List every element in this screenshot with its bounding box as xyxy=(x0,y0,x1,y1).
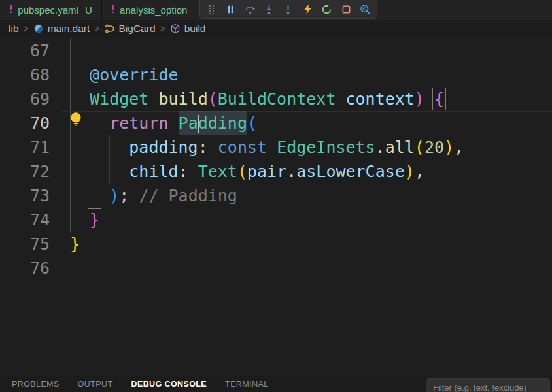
code-line-75[interactable]: } xyxy=(63,232,552,256)
debug-drag-handle[interactable] xyxy=(203,1,219,17)
code-token: ( xyxy=(208,90,218,108)
code-token xyxy=(169,114,179,133)
panel-tab-problems[interactable]: PROBLEMS xyxy=(12,380,60,389)
chevron-right-icon: > xyxy=(160,24,165,34)
breadcrumb-item-main-dart[interactable]: main.dart xyxy=(33,23,90,35)
lightning-icon xyxy=(302,4,313,15)
restart-button[interactable] xyxy=(319,1,335,17)
code-token: // Padding xyxy=(139,186,237,205)
code-token xyxy=(70,90,90,108)
hot-reload-button[interactable] xyxy=(300,1,315,17)
code-line-67[interactable] xyxy=(63,39,552,63)
code-token: Widget xyxy=(90,90,148,108)
code-token: EdgeInsets xyxy=(277,138,375,157)
code-token xyxy=(70,65,90,84)
code-line-73[interactable]: ); // Padding xyxy=(63,184,552,208)
restart-icon xyxy=(321,4,332,15)
code-token: . xyxy=(286,162,296,181)
code-token: Pa xyxy=(179,111,198,135)
magnifier-icon xyxy=(360,4,371,15)
code-token: const xyxy=(218,138,267,157)
dart-file-icon xyxy=(33,24,44,34)
code-line-68[interactable]: @override xyxy=(63,63,552,87)
code-editor[interactable]: 67686970717273747576 @override Widget bu… xyxy=(0,38,552,374)
code-line-74[interactable]: } xyxy=(63,208,552,232)
code-token: ) xyxy=(109,186,119,205)
code-token xyxy=(208,138,218,157)
breadcrumb-label: BigCard xyxy=(119,23,156,35)
panel-tab-terminal[interactable]: TERMINAL xyxy=(225,380,268,389)
code-token: : xyxy=(198,138,208,157)
line-number[interactable]: 70 xyxy=(0,111,63,135)
breadcrumb-item-build[interactable]: build xyxy=(170,23,206,35)
method-icon xyxy=(170,24,181,34)
code-token: } xyxy=(70,235,80,253)
panel-tab-output[interactable]: OUTPUT xyxy=(78,380,113,389)
code-token xyxy=(70,186,109,205)
line-number[interactable]: 69 xyxy=(0,87,63,111)
step-into-icon xyxy=(264,4,275,15)
code-token: padding xyxy=(129,138,198,157)
code-line-72[interactable]: child: Text(pair.asLowerCase), xyxy=(63,159,552,184)
line-number[interactable]: 74 xyxy=(0,208,63,232)
code-token: asLowerCase xyxy=(296,162,405,181)
code-token: context xyxy=(346,90,415,108)
inspect-widget-button[interactable] xyxy=(358,1,373,17)
code-token xyxy=(148,90,158,108)
pause-icon xyxy=(225,4,236,15)
chevron-right-icon: > xyxy=(94,24,99,34)
yaml-file-icon: ! xyxy=(111,5,114,15)
line-number[interactable]: 73 xyxy=(0,184,63,208)
code-token: @override xyxy=(90,65,178,84)
breadcrumb-item-lib[interactable]: lib xyxy=(9,23,19,35)
step-into-button[interactable] xyxy=(262,1,277,17)
code-token: : xyxy=(179,162,188,181)
code-line-69[interactable]: Widget build(BuildContext context) { xyxy=(63,87,552,111)
line-number[interactable]: 76 xyxy=(0,256,63,280)
code-token: child xyxy=(129,162,178,181)
code-token: ( xyxy=(247,114,257,133)
stop-square-icon xyxy=(341,4,352,15)
code-token xyxy=(336,90,345,108)
step-over-button[interactable] xyxy=(242,1,258,17)
debug-console-filter-input[interactable] xyxy=(426,378,550,392)
code-token: , xyxy=(454,138,464,157)
breadcrumb-label: main.dart xyxy=(48,23,90,35)
line-number[interactable]: 75 xyxy=(0,232,63,256)
line-number[interactable]: 67 xyxy=(0,39,63,63)
code-token xyxy=(267,138,277,157)
code-token xyxy=(70,138,129,157)
panel-tab-debug-console[interactable]: DEBUG CONSOLE xyxy=(131,380,207,389)
code-token: } xyxy=(90,210,99,229)
code-token: ) xyxy=(405,162,415,181)
code-token: ( xyxy=(415,138,424,157)
code-token xyxy=(70,210,90,229)
code-token: . xyxy=(375,138,385,157)
editor-gutter[interactable]: 67686970717273747576 xyxy=(0,39,63,280)
line-number[interactable]: 71 xyxy=(0,135,63,159)
stop-button[interactable] xyxy=(338,1,354,17)
code-token xyxy=(70,162,129,181)
code-token: pair xyxy=(247,162,286,181)
code-line-71[interactable]: padding: const EdgeInsets.all(20), xyxy=(63,135,552,159)
step-over-icon xyxy=(245,4,256,15)
code-token xyxy=(188,162,198,181)
pause-button[interactable] xyxy=(223,1,239,17)
breadcrumb-label: lib xyxy=(9,23,19,35)
code-line-76[interactable] xyxy=(63,256,552,280)
breadcrumb: lib > main.dart > BigCard > xyxy=(0,20,552,38)
gripper-icon xyxy=(207,4,216,15)
line-number[interactable]: 68 xyxy=(0,63,63,87)
lightbulb-icon[interactable] xyxy=(69,111,82,125)
code-token: Text xyxy=(198,162,237,181)
class-icon xyxy=(105,24,115,34)
code-token: ) xyxy=(415,90,424,108)
code-area[interactable]: @override Widget build(BuildContext cont… xyxy=(63,39,552,280)
breadcrumb-item-bigcard[interactable]: BigCard xyxy=(105,23,156,35)
tab-label: analysis_option xyxy=(120,5,187,16)
tab-pubspec-yaml[interactable]: ! pubspec.yaml U xyxy=(0,0,102,20)
step-out-button[interactable] xyxy=(281,1,296,17)
code-line-70[interactable]: return Padding( xyxy=(63,111,552,135)
code-token: dding xyxy=(198,111,247,135)
line-number[interactable]: 72 xyxy=(0,159,63,184)
